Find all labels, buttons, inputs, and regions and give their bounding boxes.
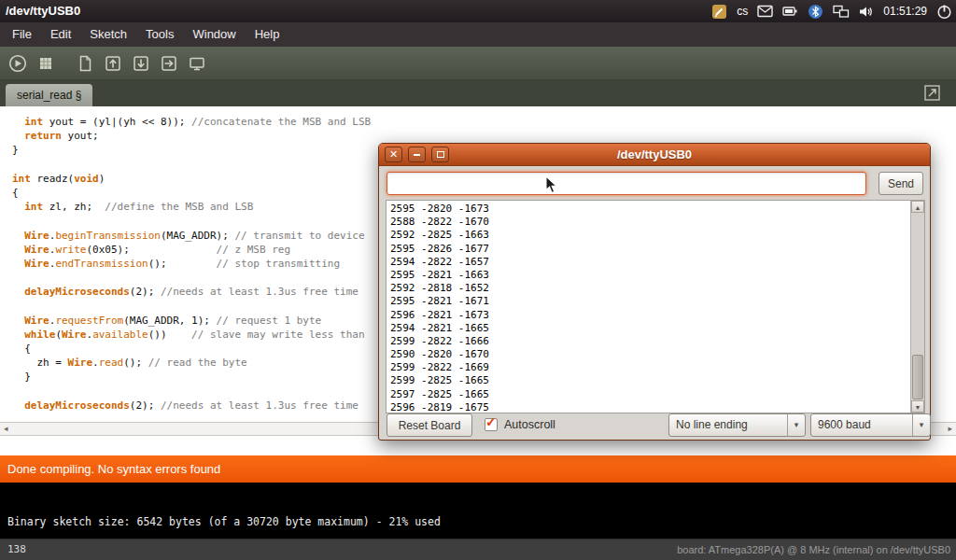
window-controls: ✕	[385, 147, 449, 162]
maximize-button[interactable]	[431, 147, 449, 162]
reset-board-button[interactable]: Reset Board	[387, 413, 472, 437]
scrollbar-thumb[interactable]	[912, 355, 923, 399]
menu-sketch[interactable]: Sketch	[80, 22, 136, 47]
console-line: Binary sketch size: 6542 bytes (of a 307…	[7, 515, 441, 528]
autoscroll-label: Autoscroll	[504, 411, 555, 440]
serial-output[interactable]: 2595 -2820 -16732588 -2822 -16702592 -28…	[386, 200, 925, 413]
tab-bar: serial_read §	[0, 80, 956, 106]
serial-line: 2594 -2822 -1657	[390, 256, 908, 269]
serial-line: 2594 -2821 -1665	[390, 322, 908, 335]
serial-line: 2599 -2822 -1666	[390, 335, 908, 348]
serial-line: 2592 -2825 -1663	[390, 229, 908, 242]
keyboard-layout-indicator[interactable]: cs	[737, 5, 748, 18]
scroll-left-arrow[interactable]: ◂	[4, 423, 8, 435]
line-ending-value: No line ending	[676, 414, 748, 436]
menubar: File Edit Sketch Tools Window Help	[0, 22, 956, 47]
serial-line: 2595 -2826 -1677	[390, 243, 908, 256]
serial-output-lines: 2595 -2820 -16732588 -2822 -16702592 -28…	[390, 203, 908, 413]
save-sketch-button[interactable]	[128, 50, 153, 76]
stop-button[interactable]	[33, 50, 58, 76]
footer-status-bar: 138 board: ATmega328P(A) @ 8 MHz (intern…	[0, 539, 956, 560]
serial-line: 2599 -2825 -1665	[390, 374, 908, 387]
serial-monitor-titlebar[interactable]: ✕ /dev/ttyUSB0	[379, 144, 930, 166]
network-icon[interactable]	[833, 5, 850, 19]
close-button[interactable]: ✕	[385, 147, 402, 162]
scroll-right-arrow[interactable]: ▸	[948, 423, 952, 435]
serial-line: 2599 -2822 -1669	[390, 361, 908, 374]
status-bar: Done compiling. No syntax errors found	[0, 455, 956, 483]
panel-window-title: /dev/ttyUSB0	[6, 0, 80, 22]
console-output[interactable]: Binary sketch size: 6542 bytes (of a 307…	[0, 483, 956, 539]
serial-input[interactable]	[387, 172, 866, 195]
status-message: Done compiling. No syntax errors found	[7, 462, 220, 476]
code-line: int yout = (yl|(yh << 8)); //concatenate…	[12, 115, 956, 129]
menu-tools[interactable]: Tools	[136, 22, 183, 47]
serial-line: 2590 -2820 -1670	[390, 348, 908, 361]
serial-monitor-title: /dev/ttyUSB0	[379, 144, 930, 166]
vertical-scrollbar[interactable]: ▲ ▼	[910, 201, 924, 413]
scroll-up-arrow[interactable]: ▲	[911, 201, 924, 213]
mouse-cursor	[545, 175, 559, 195]
chevron-down-icon[interactable]: ▾	[912, 414, 930, 436]
serial-monitor-window: ✕ /dev/ttyUSB0 Send 2595 -2820 -16732588…	[378, 143, 931, 441]
send-button[interactable]: Send	[879, 172, 923, 195]
clock[interactable]: 01:51:29	[883, 5, 927, 18]
verify-button[interactable]	[5, 50, 30, 76]
baud-rate-select[interactable]: 9600 baud ▾	[810, 413, 931, 437]
line-number: 138	[7, 539, 26, 560]
menu-edit[interactable]: Edit	[41, 22, 80, 47]
serial-line: 2595 -2821 -1671	[390, 295, 908, 308]
board-info: board: ATmega328P(A) @ 8 MHz (internal) …	[677, 539, 950, 560]
system-tray: cs 01:51:29	[711, 0, 952, 22]
serial-line: 2597 -2825 -1665	[390, 388, 908, 401]
minimize-button[interactable]	[408, 147, 426, 162]
code-line: return yout;	[12, 129, 956, 143]
top-panel: /dev/ttyUSB0 cs 01:51:29	[0, 0, 956, 22]
serial-line: 2595 -2821 -1663	[390, 269, 908, 282]
serial-monitor-button[interactable]	[924, 85, 940, 101]
autoscroll-checkbox[interactable]: ✓	[485, 418, 498, 431]
session-icon[interactable]	[936, 4, 952, 20]
mail-icon[interactable]	[757, 5, 773, 18]
volume-icon[interactable]	[859, 5, 874, 19]
serial-line: 2596 -2821 -1673	[390, 309, 908, 322]
menu-help[interactable]: Help	[246, 22, 289, 47]
chevron-down-icon[interactable]: ▾	[787, 414, 805, 436]
menu-file[interactable]: File	[3, 22, 41, 47]
battery-icon[interactable]	[782, 5, 798, 18]
toolbar	[0, 47, 956, 80]
serial-monitor-controls: Reset Board ✓ Autoscroll No line ending …	[379, 411, 930, 440]
checkmark-icon: ✓	[485, 414, 497, 429]
menu-window[interactable]: Window	[183, 22, 245, 47]
upload-button[interactable]	[156, 50, 181, 76]
edit-icon[interactable]	[711, 4, 727, 20]
bluetooth-icon[interactable]	[808, 4, 823, 20]
serial-monitor-toolbar-button[interactable]	[184, 50, 209, 76]
serial-line: 2592 -2818 -1652	[390, 282, 908, 295]
tab-serial-read[interactable]: serial_read §	[6, 84, 92, 106]
line-ending-select[interactable]: No line ending ▾	[668, 413, 806, 437]
open-sketch-button[interactable]	[100, 50, 125, 76]
new-sketch-button[interactable]	[72, 50, 97, 76]
serial-line: 2595 -2820 -1673	[390, 203, 908, 216]
serial-line: 2588 -2822 -1670	[390, 216, 908, 229]
baud-rate-value: 9600 baud	[818, 414, 871, 436]
